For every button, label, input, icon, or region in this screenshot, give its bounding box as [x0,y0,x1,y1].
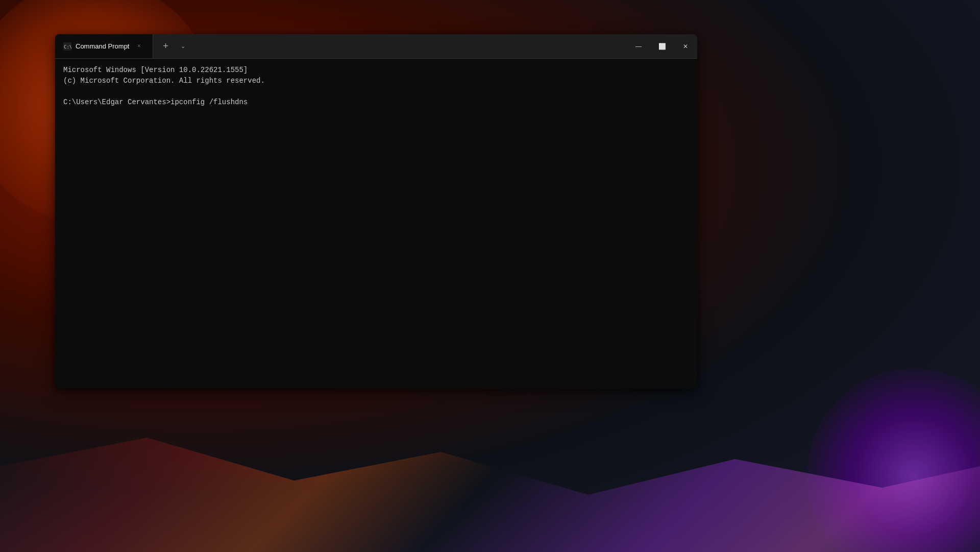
titlebar-actions: + ⌄ [153,38,194,55]
tab-close-button[interactable]: × [133,41,144,52]
dropdown-button[interactable]: ⌄ [176,39,190,54]
active-tab[interactable]: C:\ Command Prompt × [55,34,153,58]
close-button[interactable]: ✕ [674,34,697,59]
svg-text:C:\: C:\ [64,44,71,50]
titlebar: C:\ Command Prompt × + ⌄ — ⬜ ✕ [55,34,697,59]
tab-title: Command Prompt [76,42,129,50]
cmd-window: C:\ Command Prompt × + ⌄ — ⬜ ✕ Microsoft… [55,34,697,389]
terminal-line-3 [63,86,689,97]
minimize-button[interactable]: — [627,34,650,59]
terminal-body[interactable]: Microsoft Windows [Version 10.0.22621.15… [55,59,697,389]
terminal-line-1: Microsoft Windows [Version 10.0.22621.15… [63,65,689,76]
cmd-icon: C:\ [63,42,71,51]
new-tab-button[interactable]: + [157,38,174,55]
maximize-button[interactable]: ⬜ [650,34,674,59]
window-controls: — ⬜ ✕ [627,34,697,58]
terminal-line-2: (c) Microsoft Corporation. All rights re… [63,76,689,86]
terminal-line-4: C:\Users\Edgar Cervantes>ipconfig /flush… [63,97,689,108]
